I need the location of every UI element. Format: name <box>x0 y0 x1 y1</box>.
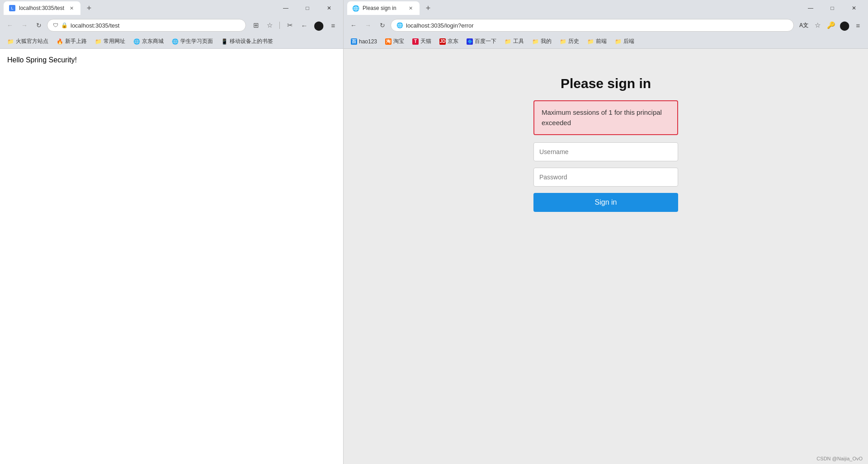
left-bookmark-common[interactable]: 📁 常用网址 <box>91 36 129 47</box>
sohu-icon: 📁 <box>7 38 14 45</box>
right-tab-close-btn[interactable]: ✕ <box>407 5 414 12</box>
left-address-bar: ← → ↻ 🛡 🔒 localhost:3035/test ⊞ ☆ ✂ ← ⬤ … <box>0 16 343 34</box>
baidu-label: 百度一下 <box>475 37 496 45</box>
tools-label: 工具 <box>513 37 524 45</box>
right-minimize-btn[interactable]: — <box>800 0 821 16</box>
right-bookmark-tools[interactable]: 📁 工具 <box>501 36 528 47</box>
taobao-label: 淘宝 <box>393 37 404 45</box>
left-title-bar: L localhost:3035/test ✕ + — □ ✕ <box>0 0 343 16</box>
left-bookmark-sohu[interactable]: 📁 火狐官方站点 <box>4 36 52 47</box>
right-bookmark-mine[interactable]: 📁 我的 <box>528 36 555 47</box>
right-address-bar: ← → ↻ 🌐 localhost:3035/login?error A文 ☆ … <box>344 16 868 34</box>
left-qr-icon[interactable]: ⊞ <box>250 19 262 32</box>
username-input[interactable] <box>533 142 678 161</box>
left-shield-icon: 🛡 <box>53 22 58 28</box>
frontend-label: 前端 <box>596 37 607 45</box>
hao123-label: hao123 <box>359 38 377 45</box>
left-new-tab-button[interactable]: + <box>83 2 95 14</box>
backend-label: 后端 <box>623 37 634 45</box>
left-window-controls: — □ ✕ <box>275 0 340 16</box>
mine-label: 我的 <box>541 37 552 45</box>
left-bookmark-mobile[interactable]: 📱 移动设备上的书签 <box>217 36 277 47</box>
right-page-footer: CSDN @Naijia_OvO <box>344 453 868 464</box>
left-bookmark-study[interactable]: 🌐 学生学习页面 <box>168 36 217 47</box>
study-label: 学生学习页面 <box>180 37 213 45</box>
left-bookmark-newbie[interactable]: 🔥 新手上路 <box>53 36 90 47</box>
right-title-bar: 🌐 Please sign in ✕ + — □ ✕ <box>344 0 868 16</box>
tianmao-favicon: T <box>412 38 419 45</box>
right-tab-favicon: 🌐 <box>353 5 359 11</box>
tianmao-label: 天猫 <box>420 37 431 45</box>
left-bookmarks-bar: 📁 火狐官方站点 🔥 新手上路 📁 常用网址 🌐 京东商城 🌐 学生学习页面 📱… <box>0 34 343 49</box>
left-url-bar[interactable]: 🛡 🔒 localhost:3035/test <box>47 19 246 32</box>
hello-spring-text: Hello Spring Security! <box>7 56 336 64</box>
left-bookmark-jd[interactable]: 🌐 京东商城 <box>130 36 167 47</box>
tools-folder-icon: 📁 <box>505 38 511 45</box>
right-bookmark-jd[interactable]: JD 京东 <box>436 36 462 47</box>
right-bookmark-backend[interactable]: 📁 后端 <box>611 36 638 47</box>
right-bookmarks-bar: 百 hao123 淘 淘宝 T 天猫 JD 京东 🔷 百度一下 📁 工具 📁 我… <box>344 34 868 49</box>
right-forward-btn[interactable]: → <box>362 19 374 32</box>
left-reload-btn[interactable]: ↻ <box>33 19 45 32</box>
right-back-btn[interactable]: ← <box>347 19 360 32</box>
right-translate-icon[interactable]: A文 <box>797 19 810 32</box>
left-sep1 <box>279 22 280 29</box>
taobao-favicon: 淘 <box>385 38 392 45</box>
left-octocat-icon[interactable]: ⬤ <box>312 19 325 32</box>
right-bookmark-frontend[interactable]: 📁 前端 <box>584 36 610 47</box>
right-bookmark-history[interactable]: 📁 历史 <box>556 36 583 47</box>
common-icon: 📁 <box>95 38 102 45</box>
sign-in-button[interactable]: Sign in <box>533 193 678 212</box>
mobile-label: 移动设备上的书签 <box>230 37 273 45</box>
baidu-favicon: 🔷 <box>467 38 473 45</box>
right-browser-window: 🌐 Please sign in ✕ + — □ ✕ ← → ↻ 🌐 local… <box>344 0 868 464</box>
right-maximize-btn[interactable]: □ <box>822 0 843 16</box>
right-lock-icon: 🌐 <box>396 22 403 28</box>
right-bookmark-taobao[interactable]: 淘 淘宝 <box>382 36 408 47</box>
right-menu-icon[interactable]: ≡ <box>852 19 864 32</box>
history-folder-icon: 📁 <box>560 38 566 45</box>
left-back-btn[interactable]: ← <box>4 19 16 32</box>
right-bookmark-baidu[interactable]: 🔷 百度一下 <box>463 36 500 47</box>
right-reload-btn[interactable]: ↻ <box>376 19 389 32</box>
right-url-bar[interactable]: 🌐 localhost:3035/login?error <box>391 19 794 32</box>
right-active-tab[interactable]: 🌐 Please sign in ✕ <box>347 1 420 15</box>
frontend-folder-icon: 📁 <box>587 38 594 45</box>
right-key-icon[interactable]: 🔑 <box>825 19 837 32</box>
right-page-content: Please sign in Maximum sessions of 1 for… <box>344 49 868 453</box>
left-maximize-btn[interactable]: □ <box>297 0 318 16</box>
history-label: 历史 <box>568 37 579 45</box>
login-form-container: Please sign in Maximum sessions of 1 for… <box>533 76 678 212</box>
right-bookmark-hao123[interactable]: 百 hao123 <box>347 37 381 46</box>
jd-label: 京东商城 <box>142 37 164 45</box>
password-input[interactable] <box>533 168 678 187</box>
right-window-controls: — □ ✕ <box>800 0 864 16</box>
right-new-tab-button[interactable]: + <box>422 2 434 14</box>
mine-folder-icon: 📁 <box>532 38 539 45</box>
left-toolbar-icons: ⊞ ☆ <box>250 19 276 32</box>
left-close-btn[interactable]: ✕ <box>319 0 340 16</box>
left-history-back-icon[interactable]: ← <box>298 19 311 32</box>
left-minimize-btn[interactable]: — <box>275 0 296 16</box>
right-bookmark-tianmao[interactable]: T 天猫 <box>409 36 435 47</box>
left-screenshot-icon[interactable]: ✂ <box>283 19 296 32</box>
left-tab-favicon: L <box>9 5 15 11</box>
jd-r-label: 京东 <box>448 37 458 45</box>
right-close-btn[interactable]: ✕ <box>844 0 864 16</box>
left-page-content: Hello Spring Security! <box>0 49 343 464</box>
right-url-text: localhost:3035/login?error <box>406 22 474 29</box>
left-star-icon[interactable]: ☆ <box>263 19 276 32</box>
left-forward-btn[interactable]: → <box>18 19 31 32</box>
left-menu-icon[interactable]: ≡ <box>327 19 340 32</box>
left-tab-close-btn[interactable]: ✕ <box>68 5 75 12</box>
left-browser-window: L localhost:3035/test ✕ + — □ ✕ ← → ↻ 🛡 … <box>0 0 344 464</box>
backend-folder-icon: 📁 <box>615 38 622 45</box>
hao123-favicon: 百 <box>351 38 357 45</box>
footer-text: CSDN @Naijia_OvO <box>816 456 863 461</box>
left-active-tab[interactable]: L localhost:3035/test ✕ <box>4 1 80 15</box>
jd-favicon: JD <box>439 38 446 45</box>
right-user-icon[interactable]: ⬤ <box>838 19 851 32</box>
common-label: 常用网址 <box>104 37 125 45</box>
right-tab-title: Please sign in <box>363 5 403 11</box>
right-star-icon[interactable]: ☆ <box>811 19 824 32</box>
